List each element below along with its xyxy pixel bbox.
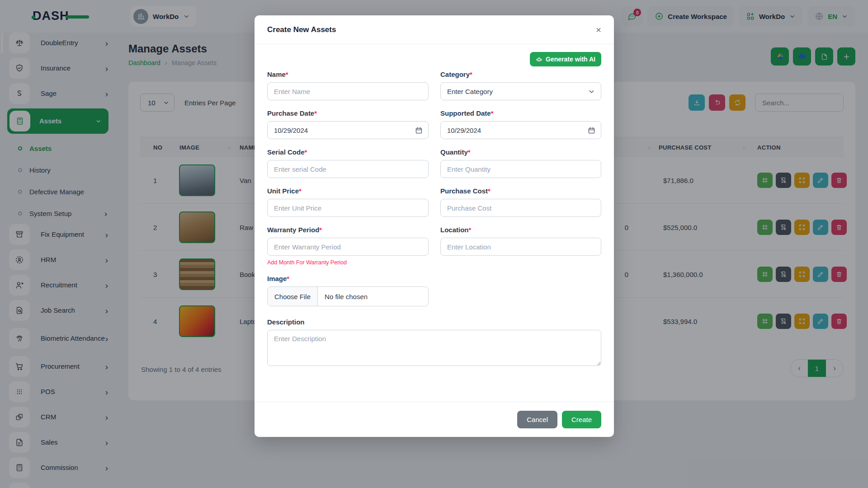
field-label: Image (267, 275, 287, 282)
supported-date-input[interactable]: 10/29/2024 (440, 121, 601, 139)
purchase-date-input[interactable]: 10/29/2024 (267, 121, 429, 139)
field-serial-code: Serial Code* (267, 148, 429, 178)
required-marker: * (314, 109, 317, 117)
unit-price-input[interactable] (267, 199, 429, 217)
required-marker: * (286, 70, 288, 78)
modal-title: Create New Assets (267, 25, 336, 34)
description-textarea[interactable] (267, 330, 601, 366)
required-marker: * (488, 187, 491, 195)
calendar-icon (588, 127, 595, 134)
cancel-button[interactable]: Cancel (517, 411, 557, 428)
field-supported-date: Supported Date* 10/29/2024 (440, 109, 601, 139)
field-location: Location* (440, 226, 601, 266)
required-marker: * (287, 275, 289, 282)
field-label: Location (440, 226, 469, 234)
image-file-input[interactable]: Choose File No file chosen (267, 286, 429, 306)
field-label: Description (267, 318, 305, 326)
field-purchase-date: Purchase Date* 10/29/2024 (267, 109, 429, 139)
calendar-icon (415, 127, 423, 134)
create-button[interactable]: Create (562, 411, 601, 428)
location-input[interactable] (440, 238, 601, 256)
serial-code-input[interactable] (267, 160, 429, 178)
modal-header: Create New Assets × (255, 15, 614, 44)
quantity-input[interactable] (440, 160, 601, 178)
field-purchase-cost: Purchase Cost* (440, 187, 601, 217)
chevron-down-icon (588, 88, 595, 95)
field-image: Image* Choose File No file chosen (267, 275, 429, 306)
category-select[interactable]: Enter Category (440, 82, 601, 100)
field-label: Warranty Period (267, 226, 319, 234)
required-marker: * (469, 226, 472, 234)
field-quantity: Quantity* (440, 148, 601, 178)
choose-file-button[interactable]: Choose File (268, 287, 318, 306)
field-label: Serial Code (267, 148, 305, 156)
field-label: Name (267, 70, 286, 78)
robot-icon (536, 56, 542, 63)
name-input[interactable] (267, 82, 429, 100)
required-marker: * (299, 187, 302, 195)
field-label: Quantity (440, 148, 468, 156)
field-label: Purchase Date (267, 109, 314, 117)
field-name: Name* (267, 70, 429, 100)
warranty-hint-text: Add Month For Warranty Period (267, 259, 429, 266)
field-category: Category* Enter Category (440, 70, 601, 100)
field-warranty-period: Warranty Period* Add Month For Warranty … (267, 226, 429, 266)
required-marker: * (468, 148, 471, 156)
field-description: Description (267, 318, 601, 368)
modal-footer: Cancel Create (255, 402, 614, 437)
purchase-cost-input[interactable] (440, 199, 601, 217)
create-assets-modal: Create New Assets × Generate with AI Nam… (255, 15, 614, 437)
required-marker: * (470, 70, 472, 78)
required-marker: * (319, 226, 322, 234)
modal-body: Generate with AI Name* Category* Enter C… (255, 44, 614, 402)
field-label: Supported Date (440, 109, 491, 117)
close-icon[interactable]: × (596, 25, 601, 34)
field-label: Purchase Cost (440, 187, 488, 195)
required-marker: * (491, 109, 494, 117)
warranty-period-input[interactable] (267, 238, 429, 256)
field-label: Unit Price (267, 187, 299, 195)
field-unit-price: Unit Price* (267, 187, 429, 217)
required-marker: * (305, 148, 307, 156)
field-label: Category (440, 70, 470, 78)
generate-with-ai-button[interactable]: Generate with AI (530, 52, 601, 66)
file-chosen-text: No file chosen (318, 287, 374, 306)
